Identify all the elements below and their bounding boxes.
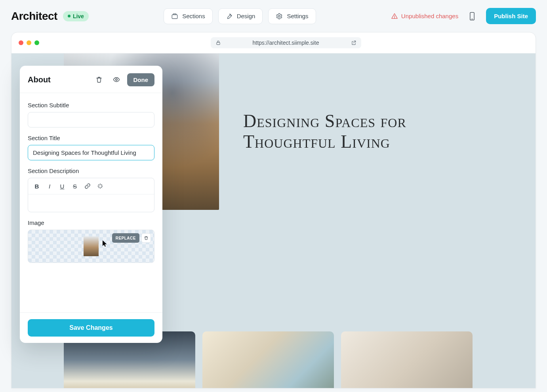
title-input[interactable]: [28, 145, 154, 160]
warning-icon: [391, 13, 398, 20]
cursor-icon: [102, 240, 108, 247]
expand-dot-icon: [34, 40, 39, 45]
panel-title: About: [28, 75, 88, 84]
close-dot-icon: [19, 40, 23, 45]
svg-point-6: [115, 79, 117, 81]
tab-settings-label: Settings: [287, 13, 308, 19]
topbar-tabs: Sections Design Settings: [94, 8, 385, 24]
rte-toolbar: B I U S: [28, 178, 154, 194]
traffic-lights: [19, 40, 39, 45]
url-text: https://architect.siimple.site: [225, 40, 347, 46]
gallery-card: [202, 331, 334, 388]
delete-section-button[interactable]: [92, 73, 106, 86]
browser-chrome: https://architect.siimple.site: [11, 32, 536, 53]
live-dot-icon: [68, 15, 71, 17]
svg-point-2: [394, 17, 395, 18]
app-topbar: Architect Live Sections Design Settings …: [0, 0, 547, 32]
hero-title: Designing Spaces for Thoughtful Living: [243, 111, 465, 152]
brush-icon: [226, 13, 233, 20]
ai-sparkle-button[interactable]: [95, 181, 106, 192]
image-well[interactable]: REPLACE: [28, 230, 154, 263]
live-status-label: Live: [73, 13, 84, 19]
bold-button[interactable]: B: [31, 181, 42, 192]
replace-image-button[interactable]: REPLACE: [112, 233, 139, 243]
trash-icon: [144, 236, 149, 240]
description-field-label: Section Description: [28, 167, 154, 174]
visibility-toggle-button[interactable]: [110, 73, 123, 86]
gallery-card: [341, 331, 473, 388]
tab-design-label: Design: [237, 13, 255, 19]
eye-icon: [113, 76, 120, 83]
url-bar[interactable]: https://architect.siimple.site: [211, 37, 361, 48]
tab-sections[interactable]: Sections: [164, 8, 213, 24]
brand-title: Architect: [11, 10, 57, 23]
image-thumbnail: [84, 236, 99, 256]
link-button[interactable]: [82, 181, 93, 192]
save-changes-button[interactable]: Save Changes: [28, 319, 154, 337]
topbar-right: Unpublished changes Publish Site: [391, 8, 536, 24]
panel-header: About Done: [20, 66, 162, 93]
section-editor-panel: About Done Section Subtitle Section Titl…: [20, 66, 162, 343]
panel-footer: Save Changes: [20, 312, 162, 343]
description-editor: B I U S: [28, 178, 154, 212]
live-status-pill: Live: [63, 11, 89, 21]
image-actions: REPLACE: [112, 233, 151, 243]
subtitle-input[interactable]: [28, 112, 154, 127]
image-field-label: Image: [28, 219, 154, 226]
tab-design[interactable]: Design: [218, 8, 263, 24]
link-icon: [84, 183, 91, 189]
tab-sections-label: Sections: [182, 13, 205, 19]
sections-icon: [171, 13, 178, 20]
description-input[interactable]: [28, 194, 154, 212]
gear-icon: [276, 13, 283, 20]
unpublished-label: Unpublished changes: [401, 13, 458, 19]
delete-image-button[interactable]: [141, 233, 151, 243]
tab-settings[interactable]: Settings: [268, 8, 316, 24]
trash-icon: [95, 76, 103, 83]
strikethrough-button[interactable]: S: [69, 181, 80, 192]
lock-icon: [215, 40, 221, 46]
underline-button[interactable]: U: [57, 181, 68, 192]
publish-button[interactable]: Publish Site: [486, 8, 536, 24]
panel-body: Section Subtitle Section Title Section D…: [20, 93, 162, 312]
title-field-label: Section Title: [28, 135, 154, 141]
done-button[interactable]: Done: [127, 73, 155, 86]
svg-rect-0: [172, 15, 177, 19]
italic-button[interactable]: I: [44, 181, 55, 192]
unpublished-warning: Unpublished changes: [391, 13, 458, 20]
phone-icon: [469, 12, 475, 21]
subtitle-field-label: Section Subtitle: [28, 102, 154, 108]
svg-point-1: [278, 15, 280, 17]
mobile-preview-button[interactable]: [465, 10, 479, 23]
svg-rect-5: [216, 42, 219, 44]
sparkle-icon: [97, 183, 103, 189]
minimize-dot-icon: [27, 40, 31, 45]
open-external-icon[interactable]: [351, 40, 356, 46]
